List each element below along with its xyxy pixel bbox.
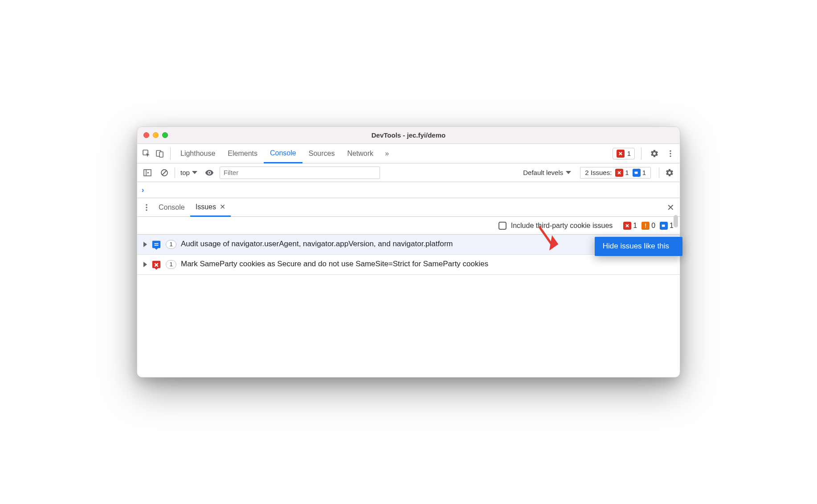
error-icon bbox=[615, 169, 623, 177]
tab-network[interactable]: Network bbox=[341, 144, 380, 163]
console-toolbar: top Default levels 2 Issues: 1 1 bbox=[137, 163, 680, 182]
drawer-tabbar: Console Issues ✕ ✕ bbox=[137, 198, 680, 217]
disclosure-icon[interactable] bbox=[143, 262, 147, 267]
tab-label: Elements bbox=[228, 150, 257, 158]
error-icon bbox=[617, 150, 625, 158]
drawer-tab-console[interactable]: Console bbox=[153, 198, 190, 216]
console-prompt[interactable]: › bbox=[137, 182, 680, 198]
issues-toolbar: Include third-party cookie issues 1 !0 1 bbox=[137, 217, 680, 235]
warning-count: 0 bbox=[651, 222, 655, 230]
issues-summary-pill[interactable]: 2 Issues: 1 1 bbox=[580, 167, 651, 179]
tab-console[interactable]: Console bbox=[264, 144, 302, 163]
disclosure-icon[interactable] bbox=[143, 242, 147, 247]
error-icon bbox=[623, 222, 631, 230]
empty-area bbox=[137, 275, 680, 377]
window-titlebar: DevTools - jec.fyi/demo bbox=[137, 127, 680, 144]
window-title: DevTools - jec.fyi/demo bbox=[137, 131, 680, 139]
prompt-chevron-icon: › bbox=[142, 186, 144, 194]
issues-red-count: 1 bbox=[625, 169, 629, 176]
log-levels-selector[interactable]: Default levels bbox=[523, 169, 571, 176]
issues-blue-count: 1 bbox=[642, 169, 646, 176]
close-drawer-icon[interactable]: ✕ bbox=[664, 201, 677, 214]
error-count-value: 1 bbox=[627, 150, 631, 157]
clear-console-icon[interactable] bbox=[158, 166, 171, 179]
issues-label: 2 Issues: bbox=[585, 169, 612, 176]
issue-counters: 1 !0 1 bbox=[623, 222, 674, 230]
issue-row[interactable]: 1 Audit usage of navigator.userAgent, na… bbox=[137, 235, 680, 255]
drawer-tab-label: Console bbox=[159, 203, 185, 211]
drawer-tab-issues[interactable]: Issues ✕ bbox=[190, 199, 231, 217]
info-count: 1 bbox=[670, 222, 674, 230]
drawer-kebab-icon[interactable] bbox=[140, 201, 153, 214]
third-party-checkbox[interactable] bbox=[498, 222, 507, 230]
main-tabbar: Lighthouse Elements Console Sources Netw… bbox=[137, 144, 680, 163]
info-icon bbox=[660, 222, 668, 230]
tab-label: Lighthouse bbox=[180, 150, 215, 158]
svg-point-5 bbox=[670, 155, 671, 157]
console-settings-icon[interactable] bbox=[663, 166, 676, 179]
tab-lighthouse[interactable]: Lighthouse bbox=[174, 144, 221, 163]
info-issue-icon bbox=[151, 240, 161, 250]
live-expression-icon[interactable] bbox=[203, 166, 216, 179]
close-tab-icon[interactable]: ✕ bbox=[220, 203, 225, 211]
third-party-label: Include third-party cookie issues bbox=[511, 222, 613, 230]
device-toolbar-icon[interactable] bbox=[153, 147, 167, 160]
tab-label: Sources bbox=[309, 150, 335, 158]
kebab-menu-icon[interactable] bbox=[664, 147, 677, 160]
error-count-pill[interactable]: 1 bbox=[613, 148, 635, 159]
tab-elements[interactable]: Elements bbox=[221, 144, 264, 163]
more-tabs-button[interactable]: » bbox=[380, 147, 393, 160]
devtools-window: DevTools - jec.fyi/demo Lighthouse Eleme… bbox=[137, 126, 680, 378]
issue-row[interactable]: 1 Mark SameParty cookies as Secure and d… bbox=[137, 255, 680, 275]
issue-text: Mark SameParty cookies as Secure and do … bbox=[181, 259, 674, 269]
svg-point-3 bbox=[670, 150, 671, 151]
tab-sources[interactable]: Sources bbox=[302, 144, 341, 163]
settings-icon[interactable] bbox=[648, 147, 661, 160]
toggle-sidebar-icon[interactable] bbox=[141, 166, 154, 179]
info-icon bbox=[633, 169, 641, 177]
error-count: 1 bbox=[633, 222, 637, 230]
tab-label: Console bbox=[270, 149, 296, 157]
svg-point-9 bbox=[146, 207, 147, 208]
svg-point-8 bbox=[146, 204, 147, 205]
inspect-element-icon[interactable] bbox=[140, 147, 153, 160]
context-menu-item-hide[interactable]: Hide issues like this bbox=[603, 241, 669, 252]
svg-rect-2 bbox=[159, 152, 163, 157]
svg-point-4 bbox=[670, 153, 671, 154]
drawer-tab-label: Issues bbox=[196, 203, 216, 211]
issue-count-pill: 1 bbox=[166, 240, 176, 249]
warning-icon: ! bbox=[641, 222, 650, 230]
context-selector[interactable]: top bbox=[179, 169, 199, 176]
tab-label: Network bbox=[347, 150, 373, 158]
svg-point-10 bbox=[146, 209, 147, 211]
context-value: top bbox=[180, 169, 190, 176]
chevron-down-icon bbox=[566, 171, 571, 174]
chevron-down-icon bbox=[192, 171, 197, 174]
scrollbar-thumb[interactable] bbox=[674, 215, 678, 228]
levels-label: Default levels bbox=[523, 169, 563, 176]
context-menu: Hide issues like this bbox=[595, 237, 682, 256]
error-issue-icon bbox=[151, 260, 161, 270]
filter-input[interactable] bbox=[220, 167, 380, 179]
issue-count-pill: 1 bbox=[166, 260, 176, 269]
